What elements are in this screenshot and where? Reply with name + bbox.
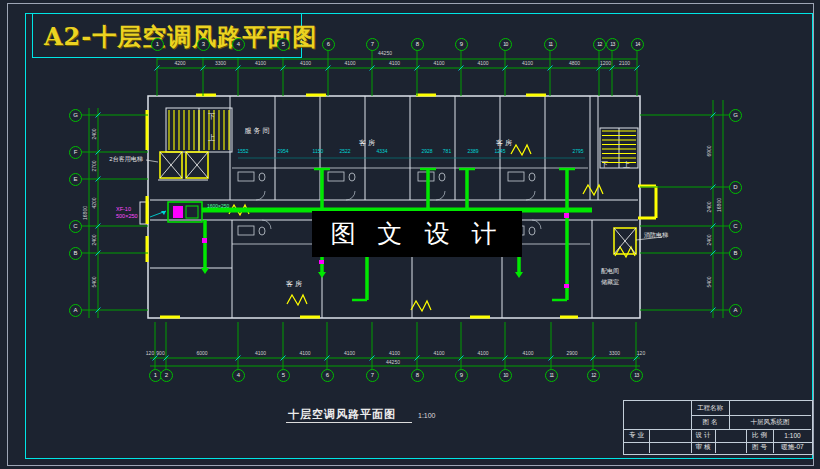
dimension-text-bottom: 3300 [609,350,620,356]
grid-bubble-bottom: 9 [455,369,468,382]
tb-project-label: 工程名称 [691,401,730,416]
tb-no-value: 暖施-07 [773,442,812,453]
grid-bubble-right: B [729,247,742,260]
dimension-text-top: 4100 [522,60,533,66]
dimension-total-right: 16800 [716,198,722,212]
tb-design-value [715,429,747,443]
dimension-text-top: 4100 [433,60,444,66]
tb-blank-cell [624,442,650,453]
grid-bubble-bottom: 4 [232,369,245,382]
grid-bubble-bottom: 13 [630,369,643,382]
title-block: 工程名称 图 名 十层风系统图 专 业 设 计 比 例 1:100 审 核 图 … [623,400,813,455]
dimension-total-left: 16800 [82,206,88,220]
room-label: 客房 [286,279,304,289]
dimension-text-bottom: 2900 [566,350,577,356]
dimension-text-top: 3300 [215,60,226,66]
tb-check-label: 审 核 [691,442,716,453]
dimension-text-bottom: 4100 [433,350,444,356]
tb-name-label: 图 名 [691,415,730,430]
dimension-text-bottom: 6000 [196,350,207,356]
cad-sheet: A2-十层空调风路平面图 134567891011121314124567891… [0,0,820,469]
grid-bubble-top: 11 [544,38,557,51]
tb-major-value [649,429,692,443]
grid-bubble-bottom: 8 [411,369,424,382]
dimension-text-left: 2400 [91,234,97,245]
interior-dimension: 2795 [572,148,583,154]
interior-dimension: 1245 [494,148,505,154]
dimension-text-right: 2400 [706,201,712,212]
stair-up-label: 上 [208,133,215,143]
dimension-text-left: 2700 [91,160,97,171]
grid-bubble-top: 12 [593,38,606,51]
equipment-label: 储藏室 [601,278,619,287]
room-label: 客房 [359,138,377,148]
interior-dimension: 1150 [313,148,324,154]
ahu-tag-line2: 500×250 [116,213,138,219]
interior-dimension: 781 [443,148,451,154]
dimension-text-left: 5400 [91,276,97,287]
dimension-text-top: 4200 [174,60,185,66]
grid-bubble-left: A [69,304,82,317]
tb-blank-cell [649,442,692,453]
dimension-text-top: 4100 [255,60,266,66]
grid-bubble-left: B [69,247,82,260]
caption-title: 十层空调风路平面图 [286,408,412,423]
dimension-text-top: 4800 [569,60,580,66]
watermark: 图 文 设 计 [312,211,522,257]
grid-bubble-bottom: 10 [499,369,512,382]
dimension-text-right: 5400 [706,276,712,287]
dimension-text-bottom: 4100 [344,350,355,356]
tb-scale-value: 1:100 [773,429,812,443]
stair-down-label: 下 [208,112,215,122]
grid-bubble-top: 13 [606,38,619,51]
stair-down-label: 下 [601,160,608,170]
dimension-text-left: 4200 [91,197,97,208]
grid-bubble-left: F [69,146,82,159]
grid-bubble-top: 4 [232,38,245,51]
grid-bubble-bottom: 11 [545,369,558,382]
dimension-edge-right: 120 [637,350,645,356]
interior-dimension: 2928 [421,148,432,154]
grid-bubble-top: 1 [151,38,164,51]
grid-bubble-top: 7 [366,38,379,51]
dimension-text-top: 4100 [344,60,355,66]
equipment-label: 消防电梯 [644,231,668,240]
dimension-edge-left: 120 [146,350,154,356]
interior-dimension: 1552 [237,148,248,154]
sheet-title: A2-十层空调风路平面图 [44,21,317,53]
dimension-text-top: 4100 [300,60,311,66]
tb-scale-label: 比 例 [746,429,774,443]
room-label: 服务间 [245,126,272,136]
dimension-text-bottom: 4100 [477,350,488,356]
dimension-text-right: 6900 [706,145,712,156]
grid-bubble-left: G [69,109,82,122]
grid-bubble-bottom: 6 [321,369,334,382]
equipment-label: 配电间 [601,267,619,276]
drawing-caption: 十层空调风路平面图1:100 [286,404,436,422]
grid-bubble-bottom: 12 [587,369,600,382]
grid-bubble-right: C [729,220,742,233]
grid-bubble-left: C [69,220,82,233]
grid-bubble-top: 10 [499,38,512,51]
dimension-text-bottom: 4100 [255,350,266,356]
dimension-text-bottom: 900 [156,350,164,356]
grid-bubble-right: A [729,304,742,317]
room-label: 客房 [496,138,514,148]
tb-blank-cell [624,401,692,430]
dimension-text-top: 2100 [619,60,630,66]
dimension-text-top: 4100 [389,60,400,66]
dimension-text-top: 1200 [600,60,611,66]
interior-dimension: 2954 [277,148,288,154]
dimension-text-top: 4100 [477,60,488,66]
tb-no-label: 图 号 [746,442,774,453]
interior-dimension: 2389 [467,148,478,154]
grid-bubble-top: 8 [411,38,424,51]
grid-bubble-top: 6 [322,38,335,51]
tb-name-value: 十层风系统图 [729,415,811,430]
stair-up-label: 上 [623,160,630,170]
grid-bubble-right: G [729,109,742,122]
grid-bubble-bottom: 5 [277,369,290,382]
ahu-tag-line1: XF-10 [116,206,131,212]
dimension-text-right: 2400 [706,234,712,245]
dimension-text-bottom: 4100 [299,350,310,356]
